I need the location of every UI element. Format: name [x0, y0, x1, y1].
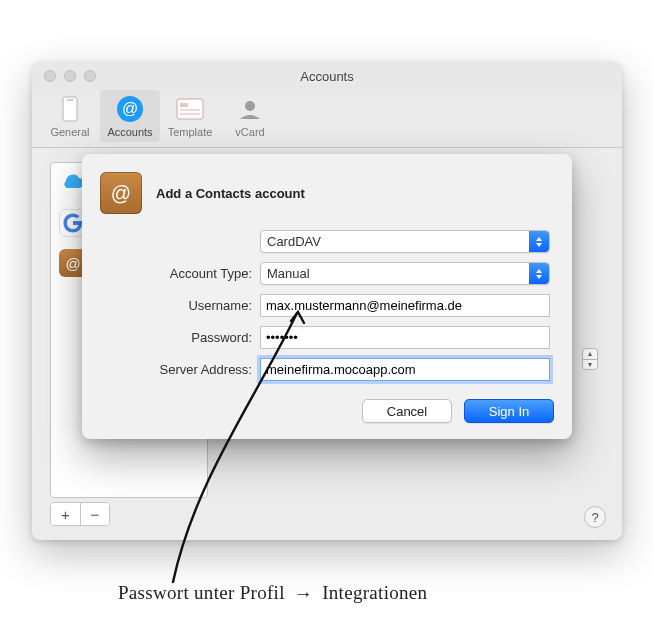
- dialog-buttons: Cancel Sign In: [100, 399, 554, 423]
- window-title: Accounts: [300, 69, 353, 84]
- tab-label: Template: [160, 126, 220, 138]
- add-account-button[interactable]: +: [51, 503, 80, 525]
- tab-template[interactable]: Template: [160, 90, 220, 142]
- tab-accounts[interactable]: @ Accounts: [100, 90, 160, 142]
- provider-value: CardDAV: [267, 234, 321, 249]
- svg-rect-7: [180, 113, 200, 115]
- template-icon: [175, 94, 205, 124]
- titlebar: Accounts: [32, 62, 622, 90]
- vcard-icon: [235, 94, 265, 124]
- svg-point-8: [245, 101, 255, 111]
- add-account-dialog: Add a Contacts account CardDAV Account T…: [82, 154, 572, 439]
- password-field[interactable]: [260, 326, 550, 349]
- chevron-updown-icon: [529, 263, 549, 284]
- tab-label: General: [40, 126, 100, 138]
- contacts-app-icon: [100, 172, 142, 214]
- list-edit-buttons: + −: [50, 502, 110, 526]
- annotation-part-b: Integrationen: [322, 582, 427, 603]
- username-field[interactable]: [260, 294, 550, 317]
- svg-rect-6: [180, 109, 200, 111]
- cancel-button[interactable]: Cancel: [362, 399, 452, 423]
- close-icon[interactable]: [44, 70, 56, 82]
- dialog-header: Add a Contacts account: [100, 172, 554, 214]
- minimize-icon[interactable]: [64, 70, 76, 82]
- annotation-part-a: Passwort unter Profil: [118, 582, 285, 603]
- account-type-value: Manual: [267, 266, 310, 281]
- svg-rect-1: [67, 99, 73, 101]
- provider-select[interactable]: CardDAV: [260, 230, 550, 253]
- server-address-field[interactable]: [260, 358, 550, 381]
- chevron-updown-icon: [529, 231, 549, 252]
- tab-general[interactable]: General: [40, 90, 100, 142]
- stepper[interactable]: ▴▾: [582, 348, 598, 370]
- signin-button[interactable]: Sign In: [464, 399, 554, 423]
- arrow-right-icon: →: [294, 583, 313, 605]
- username-label: Username:: [120, 298, 252, 313]
- help-button[interactable]: ?: [584, 506, 606, 528]
- prefs-toolbar: General @ Accounts Template vCard: [32, 90, 622, 148]
- account-type-label: Account Type:: [120, 266, 252, 281]
- svg-rect-5: [180, 103, 188, 107]
- tab-vcard[interactable]: vCard: [220, 90, 280, 142]
- general-icon: [55, 94, 85, 124]
- annotation-text: Passwort unter Profil → Integrationen: [118, 582, 427, 604]
- remove-account-button[interactable]: −: [80, 503, 109, 525]
- password-label: Password:: [120, 330, 252, 345]
- tab-label: vCard: [220, 126, 280, 138]
- window-controls: [44, 70, 96, 82]
- svg-text:@: @: [122, 100, 138, 117]
- dialog-title: Add a Contacts account: [156, 186, 305, 201]
- account-type-select[interactable]: Manual: [260, 262, 550, 285]
- tab-label: Accounts: [100, 126, 160, 138]
- zoom-icon[interactable]: [84, 70, 96, 82]
- accounts-icon: @: [115, 94, 145, 124]
- dialog-form: CardDAV Account Type: Manual Username: P…: [120, 230, 550, 381]
- server-label: Server Address:: [120, 362, 252, 377]
